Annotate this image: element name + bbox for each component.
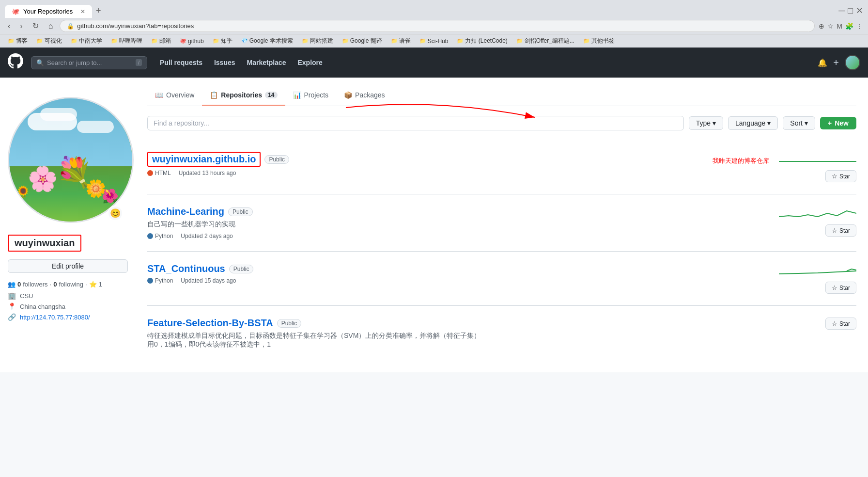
reload-button[interactable]: ↻	[30, 20, 42, 32]
language-label: Language	[735, 119, 765, 127]
language-chevron-icon: ▾	[767, 119, 771, 127]
repo-lang-1: HTML	[147, 170, 171, 176]
packages-icon: 📦	[344, 91, 352, 99]
repo-updated-2: Updated 2 days ago	[181, 233, 232, 239]
star-button-1[interactable]: ☆ Star	[825, 170, 856, 182]
lang-label-3: Python	[155, 277, 173, 284]
bookmark-github[interactable]: 🐙github	[177, 37, 207, 46]
github-logo[interactable]	[8, 53, 23, 72]
window-close[interactable]: ✕	[856, 5, 863, 16]
window-minimize[interactable]: ─	[838, 6, 845, 16]
back-button[interactable]: ‹	[5, 21, 13, 32]
search-slash-hint: /	[136, 59, 142, 66]
bookmark-scihub[interactable]: 📁Sci-Hub	[417, 37, 451, 46]
repo-name-machine-learning[interactable]: Machine-Learing	[147, 206, 224, 217]
star-label-3: Star	[839, 285, 850, 291]
following-count[interactable]: 0	[53, 281, 57, 288]
language-dropdown-button[interactable]: Language ▾	[728, 116, 778, 130]
nav-explore[interactable]: Explore	[293, 55, 327, 70]
website-link[interactable]: http://124.70.75.77:8080/	[20, 314, 90, 321]
plus-icon: +	[828, 119, 832, 127]
repo-meta-3: Python Updated 15 days ago	[147, 277, 779, 284]
bookmark-others[interactable]: 📁其他书签	[580, 36, 618, 46]
nav-issues[interactable]: Issues	[209, 55, 240, 70]
extensions-icon[interactable]: 🧩	[845, 22, 853, 30]
repo-right-3: ☆ Star	[779, 263, 856, 294]
repo-updated-3: Updated 15 days ago	[181, 277, 236, 284]
page-container: 我的用户名 ↙ 🌸 💐 🌼 🌺 🌻 😊	[0, 78, 868, 372]
star-button-4[interactable]: ☆ Star	[825, 318, 856, 330]
location-info: 📍 China changsha	[8, 302, 128, 310]
type-label: Type	[696, 119, 711, 127]
type-chevron-icon: ▾	[713, 119, 716, 127]
new-repo-button[interactable]: + New	[820, 117, 856, 129]
home-button[interactable]: ⌂	[46, 21, 56, 32]
repo-meta-2: Python Updated 2 days ago	[147, 233, 779, 239]
notification-bell-button[interactable]: 🔔	[818, 58, 827, 67]
activity-graph-3	[779, 263, 856, 278]
star-button-2[interactable]: ☆ Star	[825, 224, 856, 237]
repo-name-sta[interactable]: STA_Continuous	[147, 263, 225, 274]
bookmark-邮箱[interactable]: 📁邮箱	[148, 36, 174, 46]
window-maximize[interactable]: □	[848, 6, 853, 16]
bookmark-website[interactable]: 📁网站搭建	[299, 36, 336, 46]
org-name: CSU	[20, 292, 33, 300]
bookmark-translate[interactable]: 📁Google 翻译	[339, 36, 385, 46]
user-avatar-header[interactable]	[845, 55, 860, 70]
visibility-badge-3: Public	[229, 265, 254, 273]
type-dropdown-button[interactable]: Type ▾	[689, 116, 723, 130]
bookmarks-bar: 📁博客 📁可视化 📁中南大学 📁哔哩哔哩 📁邮箱 🐙github 📁知乎 💎Go…	[0, 34, 868, 48]
projects-icon: 📊	[293, 91, 301, 99]
bookmark-可视化[interactable]: 📁可视化	[33, 36, 65, 46]
bookmark-leetcode[interactable]: 📁力扣 (LeetCode)	[454, 36, 510, 46]
translate-icon[interactable]: ⊕	[819, 22, 824, 30]
url-text[interactable]: github.com/wuyinwuxian?tab=repositories	[77, 22, 807, 30]
bookmark-jzoffer[interactable]: 📁剑指Offer_编程题...	[513, 36, 577, 46]
repo-right-4: ☆ Star	[825, 318, 856, 330]
bookmark-google-scholar[interactable]: 💎Google 学术搜索	[238, 36, 296, 46]
visibility-badge-1: Public	[264, 155, 289, 164]
sort-dropdown-button[interactable]: Sort ▾	[783, 116, 815, 130]
avatar-image: 🌸 💐 🌼 🌺 🌻	[8, 97, 134, 223]
sort-label: Sort	[790, 119, 803, 127]
followers-count[interactable]: 0	[17, 281, 21, 288]
following-label: following	[59, 281, 83, 288]
tab-packages[interactable]: 📦 Packages	[336, 85, 392, 106]
tab-projects[interactable]: 📊 Projects	[285, 85, 337, 106]
username-annotation: 我的用户名	[0, 91, 0, 99]
tab-close-button[interactable]: ✕	[80, 8, 85, 15]
search-bar[interactable]: 🔍 Search or jump to... /	[31, 56, 147, 69]
star-icon-small: ⭐	[89, 281, 97, 288]
repo-item-3: STA_Continuous Public Python Updated 15 …	[147, 252, 856, 306]
star-button-3[interactable]: ☆ Star	[825, 282, 856, 294]
bookmark-yuque[interactable]: 📁语雀	[388, 36, 414, 46]
tab-overview[interactable]: 📖 Overview	[147, 85, 202, 106]
bookmark-博客[interactable]: 📁博客	[5, 36, 31, 46]
active-tab[interactable]: 🐙 Your Repositories ✕	[5, 5, 92, 18]
nav-pull-requests[interactable]: Pull requests	[155, 55, 207, 70]
repo-name-feature-selection[interactable]: Feature-Selection-By-BSTA	[147, 318, 273, 329]
tab-repositories[interactable]: 📋 Repositories 14	[202, 85, 285, 106]
repo-search-input[interactable]	[147, 116, 684, 130]
bookmark-哔哩哔哩[interactable]: 📁哔哩哔哩	[108, 36, 145, 46]
profile-icon[interactable]: M	[837, 22, 842, 30]
tab-repositories-label: Repositories	[221, 91, 262, 99]
repo-name-row-1: wuyinwuxian.github.io Public	[147, 152, 779, 167]
repo-name-row-4: Feature-Selection-By-BSTA Public	[147, 318, 825, 329]
bookmark-icon[interactable]: ☆	[827, 22, 834, 30]
repo-name-wuyinwuxian-io[interactable]: wuyinwuxian.github.io	[147, 152, 261, 167]
nav-marketplace[interactable]: Marketplace	[242, 55, 291, 70]
location-text: China changsha	[20, 303, 65, 310]
repo-lang-2: Python	[147, 233, 173, 239]
bookmark-知乎[interactable]: 📁知乎	[210, 36, 235, 46]
tab-overview-label: Overview	[166, 91, 194, 99]
forward-button[interactable]: ›	[17, 21, 25, 32]
menu-icon[interactable]: ⋮	[856, 22, 863, 30]
bookmark-中南大学[interactable]: 📁中南大学	[68, 36, 105, 46]
new-tab-button[interactable]: +	[92, 4, 105, 18]
annotation-text-blog: 我昨天建的博客仓库	[713, 157, 769, 165]
edit-profile-button[interactable]: Edit profile	[8, 259, 128, 273]
building-icon: 🏢	[8, 292, 16, 300]
repo-info-1: wuyinwuxian.github.io Public HTML Update…	[147, 152, 779, 176]
add-new-button[interactable]: +	[833, 57, 839, 68]
